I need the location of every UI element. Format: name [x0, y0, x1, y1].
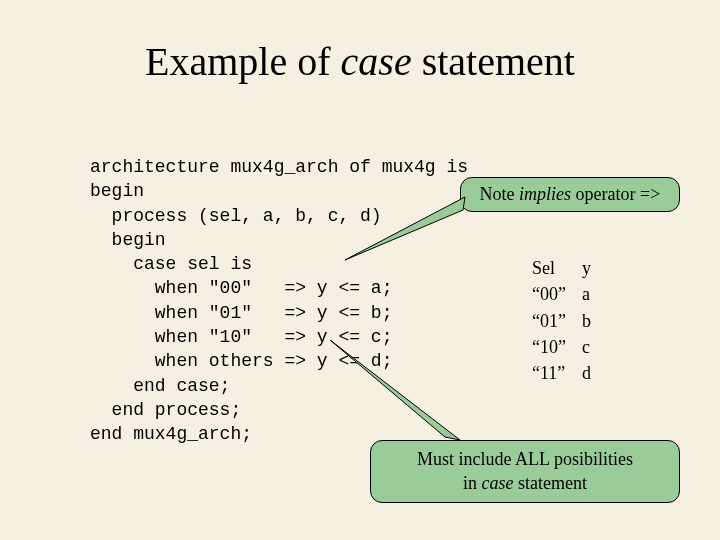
svg-marker-1	[330, 340, 460, 440]
table-cell: b	[582, 309, 605, 333]
table-cell: “00”	[532, 282, 580, 306]
callout-arrow-icon	[330, 340, 490, 450]
note2-line2-italic: case	[482, 473, 514, 493]
note2-line1: Must include ALL posibilities	[417, 449, 633, 469]
note2-line2-post: statement	[514, 473, 587, 493]
table-head-y: y	[582, 256, 605, 280]
slide-title: Example of case statement	[0, 0, 720, 85]
slide: Example of case statement architecture m…	[0, 0, 720, 540]
note1-italic: implies	[519, 184, 571, 204]
svg-marker-0	[345, 197, 465, 260]
table-row: “10” c	[532, 335, 605, 359]
title-text-pre: Example of	[145, 39, 341, 84]
note1-post: operator =>	[571, 184, 660, 204]
note-all-possibilities-callout: Must include ALL posibilities in case st…	[370, 440, 680, 503]
table-head-sel: Sel	[532, 256, 580, 280]
table-cell: d	[582, 361, 605, 385]
table-row: “01” b	[532, 309, 605, 333]
note2-line2-pre: in	[463, 473, 482, 493]
callout-arrow-icon	[345, 190, 475, 270]
table-cell: c	[582, 335, 605, 359]
table-cell: “11”	[532, 361, 580, 385]
note-implies-callout: Note implies operator =>	[460, 177, 680, 212]
title-text-italic: case	[341, 39, 412, 84]
table-row: Sel y	[532, 256, 605, 280]
table-row: “11” d	[532, 361, 605, 385]
table-row: “00” a	[532, 282, 605, 306]
note1-pre: Note	[480, 184, 520, 204]
title-text-post: statement	[412, 39, 575, 84]
table-cell: “01”	[532, 309, 580, 333]
table-cell: “10”	[532, 335, 580, 359]
table-cell: a	[582, 282, 605, 306]
truth-table: Sel y “00” a “01” b “10” c “11” d	[530, 254, 607, 387]
